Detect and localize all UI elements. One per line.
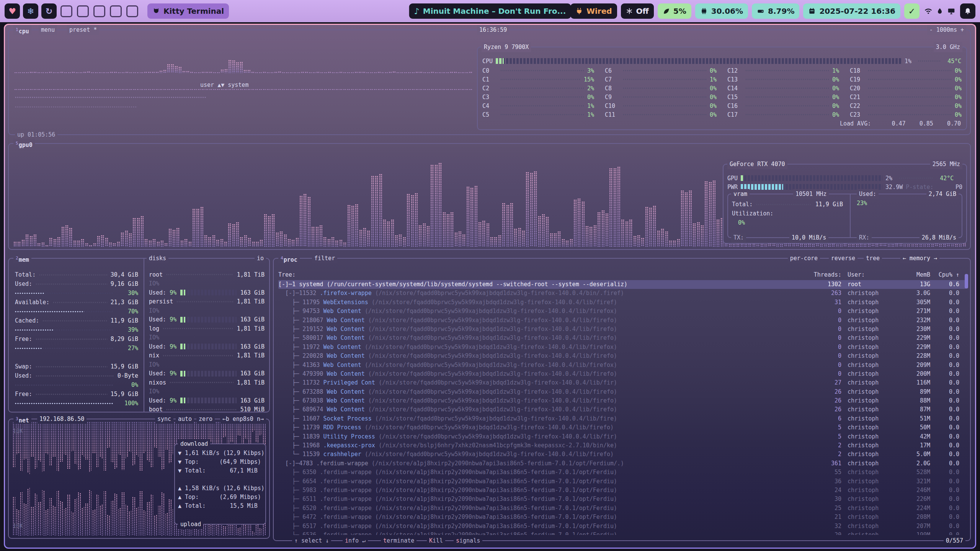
reload-button[interactable]: ↻ [41, 3, 57, 19]
plug-icon [575, 7, 583, 15]
droplet-icon[interactable] [936, 7, 944, 15]
cpu-core-row: C51% [482, 110, 594, 119]
favorites-button[interactable]: ♥ [5, 3, 20, 19]
upload-stat: ▲ Total: 15,5 MiB [178, 502, 262, 510]
vram-frequency: 10501 MHz [793, 189, 829, 199]
info-control[interactable]: info ↵ [343, 536, 368, 546]
disk-badge[interactable]: 8.79% [752, 3, 799, 19]
upload-stat: ▲ Top: (2,69 Mibps) [178, 493, 262, 502]
proc-scrollbar[interactable] [965, 274, 968, 289]
process-row[interactable]: ├─ 673038 Web Content (/nix/store/fqadd0… [278, 396, 966, 405]
workspace-button[interactable] [110, 5, 122, 17]
process-row[interactable]: ├─ 218067 Web Content (/nix/store/fqadd0… [278, 316, 966, 325]
process-row[interactable]: ├─ 220028 Web Content (/nix/store/fqadd0… [278, 352, 966, 360]
cpu-badge[interactable]: 5% [658, 3, 691, 19]
net-sync-toggle[interactable]: sync [155, 414, 173, 424]
workspace-button[interactable] [126, 5, 138, 17]
monitor-icon[interactable] [947, 7, 956, 15]
disks-title[interactable]: disks [147, 253, 168, 263]
cat-icon [152, 7, 160, 15]
header-cpu[interactable]: Cpu% ↑ [930, 271, 959, 278]
update-interval-control[interactable]: - 1000ms + [927, 25, 966, 35]
active-window-badge[interactable]: Kitty Terminal [147, 3, 229, 19]
process-row[interactable]: [-]─1 systemd (/run/current-system/syste… [278, 280, 966, 289]
proc-box-title[interactable]: 4proc [278, 253, 300, 263]
terminate-control[interactable]: terminate [381, 536, 416, 546]
net-auto-toggle[interactable]: auto [176, 414, 194, 424]
cpu-box-title[interactable]: 1cpu [13, 25, 31, 35]
net-stats-gap [178, 475, 262, 484]
process-row[interactable]: ├─ 580017 Web Content (/nix/store/fqadd0… [278, 334, 966, 342]
process-row[interactable]: ├─ 6520 .ferdium-wrappe (/nix/store/a1pj… [278, 504, 966, 513]
workspace-button[interactable] [77, 5, 89, 17]
process-row[interactable]: ├─ 94753 Web Content (/nix/store/fqadd0b… [278, 307, 966, 316]
process-row[interactable]: ├─ 11795 WebExtensions (/nix/store/fqadd… [278, 298, 966, 307]
process-row[interactable]: ├─ 673288 Web Content (/nix/store/fqadd0… [278, 388, 966, 396]
memory-badge[interactable]: 30.06% [695, 3, 748, 19]
signals-control[interactable]: signals [454, 536, 482, 546]
proc-sort-selector[interactable]: ← memory → [900, 253, 939, 263]
net-box-title[interactable]: 3net [13, 414, 31, 424]
nixos-button[interactable]: ❄ [23, 3, 38, 19]
terminal-window: 1cpu menu preset * 16:36:59 - 1000ms + u… [4, 24, 976, 549]
upload-stat: ▲ 1,58 KiB/s (12,6 Kibps) [178, 484, 262, 493]
network-badge[interactable]: Wired [570, 3, 617, 19]
mem-stat-row: Swap:15,9 GiB [15, 362, 138, 371]
preset-button[interactable]: preset * [67, 25, 99, 35]
gpu-rx-value: 26,8 MiB/s [920, 233, 959, 243]
gpu-tx-label: TX: [731, 233, 746, 243]
proc-reverse-toggle[interactable]: reverse [829, 253, 858, 263]
menu-button[interactable]: menu [39, 25, 57, 35]
net-scale-top: 10K [13, 428, 23, 435]
memory-box: 2mem disks io Total:30,4 GiBUsed:9,16 Gi… [8, 258, 270, 412]
process-row[interactable]: ├─ 6350 .ferdium-wrappe (/nix/store/a1pj… [278, 468, 966, 477]
mem-meter-row: 100% [15, 399, 138, 408]
process-row[interactable]: ├─ 219152 Web Content (/nix/store/fqadd0… [278, 325, 966, 334]
process-row[interactable]: ├─ 11607 Socket Process (/nix/store/fqad… [278, 414, 966, 423]
select-control[interactable]: ↑ select ↓ [292, 536, 331, 546]
process-row[interactable]: ├─ 11972 Web Content (/nix/store/fqadd0b… [278, 343, 966, 352]
idle-inhibitor-badge[interactable]: Off [621, 3, 654, 19]
cpu-detail-panel: Ryzen 9 7900X 3.0 GHz CPU 1% 45°C C03%C1… [477, 47, 967, 130]
process-row[interactable]: ├─ 5983 .ferdium-wrappe (/nix/store/a1pj… [278, 486, 966, 495]
workspace-button[interactable] [93, 5, 105, 17]
gpu-box-title[interactable]: 5gpu0 [13, 139, 35, 148]
cpu-core-row: C140% [727, 84, 839, 93]
proc-filter-button[interactable]: filter [312, 253, 337, 263]
net-interface-switcher[interactable]: ←b enp8s0 n→ [220, 414, 266, 424]
music-widget[interactable]: ♪ Minuit Machine – Don't Run Fro... [409, 3, 571, 19]
process-row[interactable]: └─ 11539 crashhelper (/nix/store/fqadd0b… [278, 450, 966, 459]
datetime-value: 2025-07-22 16:36 [819, 7, 895, 16]
process-row[interactable]: ├─ 11839 Utility Process (/nix/store/fqa… [278, 432, 966, 441]
net-zero-toggle[interactable]: zero [196, 414, 215, 424]
launcher-area: ♥ ❄ ↻ Kitty Terminal [5, 3, 229, 19]
network-status: Wired [586, 7, 612, 16]
download-stats: ▼ 1,61 KiB/s (12,9 Kibps)▼ Top: (64,9 Mi… [178, 449, 262, 475]
proc-tree-toggle[interactable]: tree [864, 253, 882, 263]
process-row[interactable]: ├─ 6511 .ferdium-wrappe (/nix/store/a1pj… [278, 495, 966, 504]
process-row[interactable]: ├─ 11732 Privileged Cont (/nix/store/fqa… [278, 378, 966, 387]
process-row[interactable]: ├─ 6517 .ferdium-wrappe (/nix/store/a1pj… [278, 522, 966, 531]
notifications-badge[interactable] [960, 3, 975, 19]
proc-percore-toggle[interactable]: per-core [788, 253, 820, 263]
kill-control[interactable]: Kill [427, 536, 445, 546]
vram-used-pct: 23% [857, 200, 867, 207]
mem-box-title[interactable]: 2mem [13, 253, 31, 263]
process-rows: [-]─1 systemd (/run/current-system/syste… [278, 280, 966, 535]
process-row[interactable]: ├─ 11739 RDD Process (/nix/store/fqadd0b… [278, 423, 966, 432]
process-row[interactable]: ├─ 11968 .keepassxc-prox (/nix/store/bsl… [278, 441, 966, 450]
process-row[interactable]: ├─ 6472 .ferdium-wrappe (/nix/store/a1pj… [278, 513, 966, 522]
process-row[interactable]: ├─ 6536 .ferdium-wrappe (/nix/store/a1pj… [278, 531, 966, 535]
process-row[interactable]: ├─ 41363 Web Content (/nix/store/fqadd0b… [278, 361, 966, 370]
disks-io-toggle[interactable]: io [255, 253, 266, 263]
process-row[interactable]: [-]─11532 .firefox-wrappe (/nix/store/fq… [278, 289, 966, 298]
process-row[interactable]: ├─ 689674 Web Content (/nix/store/fqadd0… [278, 405, 966, 414]
process-row[interactable]: ├─ 479390 Web Content (/nix/store/fqadd0… [278, 370, 966, 378]
process-row[interactable]: [-]─4783 .ferdium-wrappe (/nix/store/a1p… [278, 459, 966, 468]
refresh-icon: ↻ [46, 7, 52, 16]
workspace-button[interactable] [60, 5, 72, 17]
process-row[interactable]: ├─ 6654 .ferdium-wrappe (/nix/store/a1pj… [278, 477, 966, 486]
wifi-icon[interactable] [924, 7, 933, 15]
updates-ok-badge[interactable]: ✓ [904, 3, 920, 19]
clock-badge[interactable]: 2025-07-22 16:36 [803, 3, 900, 19]
